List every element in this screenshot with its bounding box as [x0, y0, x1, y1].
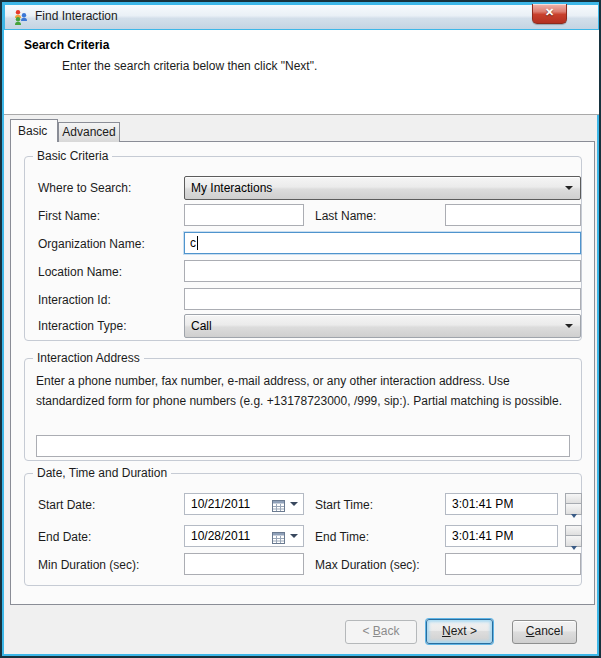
end-time-value: 3:01:41 PM — [452, 529, 513, 543]
window-title: Find Interaction — [35, 9, 118, 23]
interaction-type-dropdown[interactable]: Call — [184, 314, 581, 338]
interaction-type-label: Interaction Type: — [38, 314, 127, 338]
spinner-up-icon[interactable] — [565, 493, 582, 504]
min-duration-input[interactable] — [184, 553, 304, 575]
chevron-down-icon — [290, 502, 298, 506]
start-date-picker[interactable]: 10/21/2011 — [184, 493, 304, 515]
app-icon — [13, 9, 29, 25]
tab-advanced[interactable]: Advanced — [58, 122, 120, 142]
end-date-value: 10/28/2011 — [191, 529, 250, 543]
chevron-down-icon — [565, 186, 573, 190]
text-caret — [197, 236, 198, 250]
start-date-value: 10/21/2011 — [191, 497, 250, 511]
max-duration-label: Max Duration (sec): — [315, 553, 420, 577]
close-icon: ✕ — [545, 6, 554, 18]
tab-page-basic: Basic Criteria Where to Search: My Inter… — [10, 141, 595, 605]
min-duration-label: Min Duration (sec): — [38, 553, 139, 577]
page-subtitle: Enter the search criteria below then cli… — [62, 59, 317, 73]
first-name-input[interactable] — [184, 204, 304, 226]
chevron-down-icon — [565, 324, 573, 328]
end-date-picker[interactable]: 10/28/2011 — [184, 525, 304, 547]
start-date-label: Start Date: — [38, 493, 95, 517]
start-time-spinner — [565, 493, 582, 515]
find-interaction-dialog: Find Interaction ✕ Search Criteria Enter… — [0, 0, 601, 658]
interaction-address-instructions: Enter a phone number, fax number, e-mail… — [36, 371, 572, 411]
where-to-search-dropdown[interactable]: My Interactions — [184, 176, 581, 200]
start-time-value: 3:01:41 PM — [452, 497, 513, 511]
date-time-duration-legend: Date, Time and Duration — [33, 466, 171, 480]
calendar-icon — [272, 498, 285, 518]
close-button[interactable]: ✕ — [532, 4, 567, 24]
organization-name-label: Organization Name: — [38, 232, 145, 256]
back-button: < Back — [345, 620, 417, 644]
end-time-label: End Time: — [315, 525, 369, 549]
date-time-duration-group: Date, Time and Duration Start Date: 10/2… — [24, 473, 582, 586]
back-button-label: < — [362, 624, 372, 638]
chevron-down-icon — [290, 534, 298, 538]
location-name-input[interactable] — [184, 260, 581, 282]
start-time-input[interactable]: 3:01:41 PM — [445, 493, 558, 515]
interaction-id-input[interactable] — [184, 288, 581, 310]
page-title: Search Criteria — [24, 38, 109, 52]
interaction-address-legend: Interaction Address — [33, 351, 144, 365]
next-button[interactable]: Next > — [426, 619, 493, 644]
organization-name-field — [184, 232, 581, 254]
end-time-spinner — [565, 525, 582, 547]
title-bar[interactable]: Find Interaction ✕ — [4, 4, 599, 31]
start-time-label: Start Time: — [315, 493, 373, 517]
first-name-label: First Name: — [38, 204, 100, 228]
end-date-label: End Date: — [38, 525, 91, 549]
wizard-header: Search Criteria Enter the search criteri… — [4, 30, 601, 115]
interaction-address-input[interactable] — [36, 435, 570, 457]
basic-criteria-group: Basic Criteria Where to Search: My Inter… — [24, 156, 582, 341]
spinner-down-icon[interactable] — [565, 504, 582, 515]
interaction-type-value: Call — [191, 319, 212, 333]
where-to-search-label: Where to Search: — [38, 176, 131, 200]
last-name-label: Last Name: — [315, 204, 376, 228]
tab-basic[interactable]: Basic — [10, 119, 58, 142]
calendar-icon — [272, 530, 285, 550]
location-name-label: Location Name: — [38, 260, 122, 284]
where-to-search-value: My Interactions — [191, 181, 272, 195]
last-name-input[interactable] — [445, 204, 581, 226]
organization-name-input[interactable] — [184, 232, 581, 254]
spinner-up-icon[interactable] — [565, 525, 582, 536]
end-time-input[interactable]: 3:01:41 PM — [445, 525, 558, 547]
spinner-down-icon[interactable] — [565, 536, 582, 547]
cancel-button[interactable]: Cancel — [512, 620, 577, 644]
interaction-id-label: Interaction Id: — [38, 288, 111, 312]
basic-criteria-legend: Basic Criteria — [33, 149, 112, 163]
interaction-address-group: Interaction Address Enter a phone number… — [24, 358, 582, 461]
max-duration-input[interactable] — [445, 553, 581, 575]
